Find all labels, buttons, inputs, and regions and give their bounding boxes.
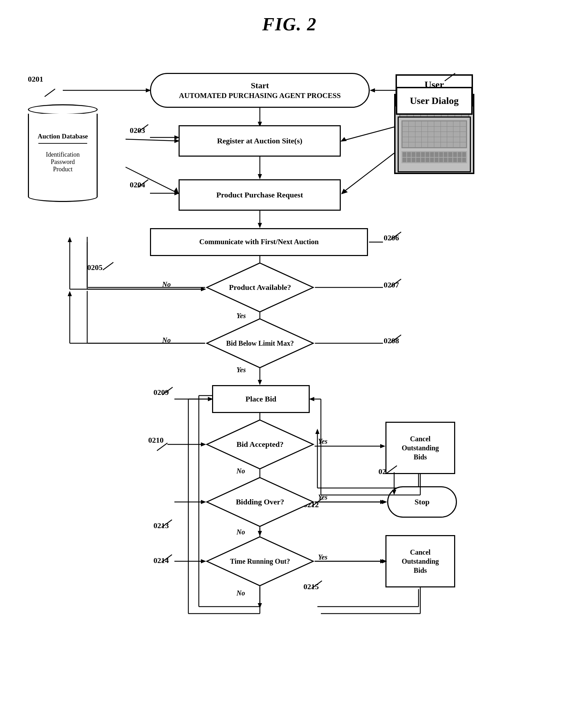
cancel-bids-1-node: Cancel Outstanding Bids (385, 422, 455, 474)
register-node: Register at Auction Site(s) (179, 125, 341, 157)
bidding-over-label: Bidding Over? (236, 497, 284, 506)
product-available-diamond: Product Available? (205, 261, 315, 314)
time-running-out-label: Time Running Out? (230, 557, 290, 565)
start-node: Start AUTOMATED PURCHASING AGENT PROCESS (150, 73, 370, 108)
bid-accepted-diamond: Bid Accepted? (205, 418, 315, 471)
svg-line-46 (342, 127, 394, 141)
user-dialog-label: User Dialog (410, 95, 459, 106)
stop-label: Stop (415, 497, 430, 507)
ref-0214: 0214 (153, 556, 169, 565)
place-bid-node: Place Bid (212, 385, 310, 413)
ref-0209: 0209 (153, 388, 169, 397)
cylinder-bottom (28, 192, 98, 202)
svg-marker-5 (258, 223, 262, 228)
ref-0203: 0203 (130, 126, 145, 135)
cylinder-body: Auction Database IdentificationPasswordP… (28, 114, 98, 193)
svg-marker-49 (341, 189, 348, 194)
bid-accepted-yes: Yes (318, 437, 328, 445)
ref-0207: 0207 (384, 280, 399, 290)
communicate-node: Communicate with First/Next Auction (150, 228, 368, 256)
register-label: Register at Auction Site(s) (217, 136, 302, 146)
bidding-over-diamond: Bidding Over? (205, 476, 315, 528)
ref-0201: 0201 (28, 75, 43, 84)
svg-marker-45 (174, 187, 179, 194)
svg-marker-21 (380, 444, 385, 448)
time-running-out-node: Time Running Out? (205, 535, 315, 587)
auction-database: Auction Database IdentificationPasswordP… (28, 104, 98, 202)
svg-marker-53 (370, 88, 375, 92)
ref-0204: 0204 (130, 180, 145, 189)
stop-node: Stop (387, 486, 457, 518)
figure-title: FIG. 2 (14, 14, 565, 35)
start-label: Start AUTOMATED PURCHASING AGENT PROCESS (179, 80, 341, 100)
ref-0210: 0210 (148, 436, 164, 445)
cancel-bids-1-label: Cancel Outstanding Bids (402, 434, 439, 461)
time-running-out-diamond: Time Running Out? (205, 535, 315, 587)
start-label-line1: Start (179, 80, 341, 91)
diagram: Start AUTOMATED PURCHASING AGENT PROCESS… (17, 48, 562, 728)
svg-marker-91 (309, 397, 314, 401)
product-purchase-node: Product Purchase Request (179, 179, 341, 211)
product-purchase-label: Product Purchase Request (216, 190, 303, 200)
bid-below-label: Bid Below Limit Max? (226, 339, 294, 347)
computer-image (398, 117, 471, 172)
ref-0213: 0213 (153, 521, 169, 530)
bid-accepted-label: Bid Accepted? (236, 440, 284, 449)
svg-marker-31 (258, 603, 262, 608)
place-bid-label: Place Bid (246, 394, 277, 404)
communicate-label: Communicate with First/Next Auction (199, 237, 318, 247)
svg-marker-39 (315, 429, 319, 434)
user-dialog-label-box: User Dialog (396, 87, 473, 115)
bid-below-diamond: Bid Below Limit Max? (205, 317, 315, 369)
cancel-bids-2-label: Cancel Outstanding Bids (402, 548, 439, 575)
bid-accepted-node: Bid Accepted? (205, 418, 315, 471)
svg-line-48 (342, 153, 394, 193)
svg-line-42 (126, 139, 178, 141)
product-available-label: Product Available? (229, 283, 291, 292)
svg-marker-3 (258, 174, 262, 179)
bid-below-node: Bid Below Limit Max? (205, 317, 315, 369)
ref-0208: 0208 (384, 336, 399, 345)
bidding-over-node: Bidding Over? (205, 476, 315, 528)
product-available-node: Product Available? (205, 261, 315, 314)
svg-marker-10 (68, 237, 72, 242)
cylinder-top (28, 104, 98, 115)
time-running-out-yes: Yes (318, 553, 328, 561)
svg-line-105 (103, 262, 113, 270)
start-label-line2: AUTOMATED PURCHASING AGENT PROCESS (179, 91, 341, 100)
svg-marker-29 (380, 559, 385, 563)
time-running-out-no: No (236, 589, 245, 597)
product-available-no: No (162, 280, 171, 288)
svg-marker-17 (258, 380, 262, 385)
ref-0206: 0206 (384, 233, 399, 242)
db-label-1: Auction Database (38, 133, 88, 140)
bidding-over-yes: Yes (318, 493, 328, 501)
ref-0205: 0205 (87, 263, 103, 272)
db-label-2: IdentificationPasswordProduct (46, 151, 80, 173)
cancel-bids-2-node: Cancel Outstanding Bids (385, 535, 455, 587)
bid-below-no: No (162, 336, 171, 344)
svg-line-116 (45, 89, 55, 97)
svg-marker-75 (382, 500, 387, 504)
page: FIG. 2 (0, 0, 579, 728)
svg-marker-47 (340, 137, 347, 142)
svg-marker-15 (68, 291, 72, 296)
svg-marker-25 (380, 500, 385, 504)
